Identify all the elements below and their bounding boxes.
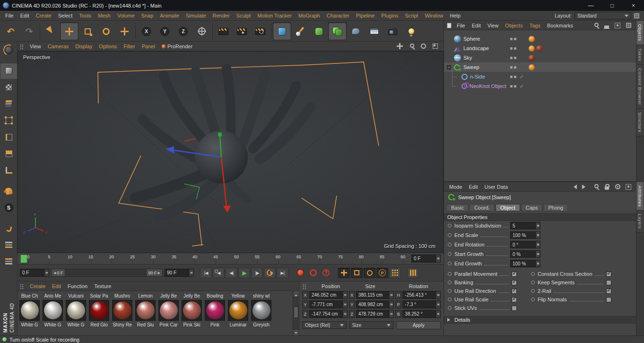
volume-builder-button[interactable] bbox=[347, 22, 365, 40]
redo-button[interactable]: ↷ bbox=[20, 22, 38, 40]
spinner[interactable] bbox=[435, 291, 440, 299]
material-thumbnail[interactable] bbox=[205, 300, 225, 321]
workplane-align-button[interactable] bbox=[0, 253, 17, 270]
menu-sculpt[interactable]: Sculpt bbox=[233, 13, 254, 18]
attr-back[interactable] bbox=[570, 183, 578, 191]
checkbox[interactable] bbox=[606, 297, 611, 302]
spin-down-icon[interactable] bbox=[343, 295, 347, 299]
attr-value-field[interactable]: 5 bbox=[510, 222, 540, 229]
anim-dot-icon[interactable] bbox=[448, 298, 452, 301]
material-tag-icon[interactable] bbox=[536, 45, 542, 52]
coords-group-size[interactable]: Size bbox=[355, 283, 397, 289]
anim-dot-icon[interactable] bbox=[531, 289, 535, 293]
material-name[interactable]: Mushro bbox=[111, 293, 134, 299]
material-thumbnail[interactable] bbox=[182, 300, 202, 321]
material-thumbnail[interactable] bbox=[43, 300, 63, 321]
model-mode-button[interactable] bbox=[0, 62, 17, 79]
materials-menu-function[interactable]: Function bbox=[64, 283, 91, 289]
tab-phong[interactable]: Phong bbox=[543, 204, 568, 211]
interface-grid-icon[interactable] bbox=[634, 13, 639, 18]
coords-value-field[interactable]: -147.754 cm bbox=[309, 310, 348, 318]
visibility-dots[interactable] bbox=[510, 85, 516, 88]
spinner[interactable] bbox=[342, 291, 347, 299]
range-start-handle[interactable]: ◀ 0 F bbox=[52, 269, 65, 276]
material-name[interactable]: Bowling bbox=[203, 293, 226, 299]
enable-snap-button[interactable]: S bbox=[0, 199, 17, 216]
phong-tag-icon[interactable] bbox=[529, 64, 535, 70]
apply-button[interactable]: Apply bbox=[396, 321, 441, 329]
material-name[interactable]: Pink Ski bbox=[180, 322, 203, 328]
scroll-down-icon[interactable] bbox=[293, 329, 299, 335]
workplane-mode-button[interactable] bbox=[0, 96, 17, 112]
attr-menu-mode[interactable]: Mode bbox=[446, 184, 466, 190]
attr-add[interactable] bbox=[625, 183, 632, 191]
record-parameter-toggle[interactable]: P bbox=[376, 268, 388, 278]
add-cube-object-button[interactable] bbox=[273, 22, 291, 40]
tab-basic[interactable]: Basic bbox=[446, 204, 469, 211]
om-menu-tags[interactable]: Tags bbox=[526, 23, 544, 28]
material-item[interactable] bbox=[41, 300, 64, 322]
polygons-mode-button[interactable] bbox=[0, 145, 17, 162]
object-row-sphere[interactable]: Sphere bbox=[444, 34, 636, 44]
coords-group-rotation[interactable]: Rotation bbox=[399, 283, 441, 289]
attr-value-field[interactable]: 0 ° bbox=[510, 241, 540, 248]
coords-mode-dropdown[interactable]: Object (Rel) bbox=[302, 321, 347, 329]
menu-simulate[interactable]: Simulate bbox=[183, 13, 209, 18]
visibility-dots[interactable] bbox=[510, 76, 516, 78]
material-item[interactable] bbox=[87, 300, 111, 322]
make-editable-button[interactable] bbox=[0, 42, 17, 58]
material-item[interactable] bbox=[18, 300, 41, 322]
coords-value-field[interactable]: 408.982 cm bbox=[356, 300, 394, 308]
material-thumbnail[interactable] bbox=[135, 300, 156, 321]
timeline-ruler[interactable]: 051015202530354045505560657075808590 0 F bbox=[17, 253, 444, 264]
om-menu-file[interactable]: File bbox=[453, 23, 469, 28]
coordinate-system-toggle[interactable] bbox=[192, 22, 211, 40]
tab-coord-[interactable]: Coord. bbox=[470, 204, 495, 211]
attr-lock[interactable] bbox=[603, 183, 610, 191]
material-item[interactable] bbox=[157, 300, 180, 322]
viewport[interactable]: Y X Z Perspective Grid Spacing : 100 cm bbox=[17, 51, 444, 253]
texture-mode-button[interactable] bbox=[0, 79, 17, 96]
side-tab-layers[interactable]: Layers bbox=[636, 211, 644, 233]
checkbox[interactable] bbox=[512, 289, 517, 294]
materials-menu-texture[interactable]: Texture bbox=[91, 283, 114, 289]
coords-value-field[interactable]: -7.3 ° bbox=[402, 300, 441, 308]
tab-caps[interactable]: Caps bbox=[521, 204, 543, 211]
material-thumbnail[interactable] bbox=[66, 300, 86, 321]
attr-menu-user-data[interactable]: User Data bbox=[481, 184, 512, 190]
lock-y-axis[interactable]: Y bbox=[156, 22, 174, 40]
anim-dot-icon[interactable] bbox=[448, 252, 452, 256]
coords-value-field[interactable]: -7.771 cm bbox=[309, 300, 348, 308]
om-search[interactable] bbox=[592, 22, 600, 29]
materials-panel-grip-icon[interactable] bbox=[20, 284, 25, 289]
undo-button[interactable]: ↶ bbox=[1, 22, 20, 40]
render-picture-viewer-button[interactable] bbox=[233, 22, 251, 40]
material-name[interactable]: Solar Pa bbox=[87, 293, 111, 299]
material-name[interactable]: White G bbox=[18, 322, 41, 328]
scrollbar-thumb[interactable] bbox=[294, 307, 298, 318]
close-button[interactable]: × bbox=[623, 0, 644, 11]
keying-presets-button[interactable] bbox=[407, 268, 419, 278]
play-mode-button[interactable] bbox=[264, 268, 276, 278]
attr-section-header[interactable]: Object Properties bbox=[444, 213, 636, 221]
material-item[interactable] bbox=[134, 300, 157, 322]
range-end-handle[interactable]: 90 F ▶ bbox=[147, 269, 162, 276]
material-name[interactable]: Pink bbox=[203, 322, 226, 328]
spin-down-icon[interactable] bbox=[436, 305, 440, 308]
menu-mesh[interactable]: Mesh bbox=[95, 13, 114, 18]
spin-down-icon[interactable] bbox=[536, 254, 540, 257]
record-position-toggle[interactable] bbox=[338, 268, 350, 278]
menu-volume[interactable]: Volume bbox=[114, 13, 138, 18]
menu-edit[interactable]: Edit bbox=[17, 13, 33, 18]
scale-tool[interactable] bbox=[78, 22, 97, 40]
material-item[interactable] bbox=[203, 300, 226, 322]
menu-animate[interactable]: Animate bbox=[157, 13, 182, 18]
menu-render[interactable]: Render bbox=[209, 13, 233, 18]
spinner[interactable] bbox=[535, 260, 540, 267]
material-name[interactable]: Shiny Re bbox=[111, 322, 134, 328]
viewport-solo-button[interactable] bbox=[0, 183, 17, 199]
checkbox[interactable] bbox=[512, 297, 517, 302]
side-tab-attributes[interactable]: Attributes bbox=[636, 182, 644, 211]
coords-value-field[interactable]: -256.413 ° bbox=[402, 291, 441, 299]
viewport-rotate[interactable] bbox=[419, 43, 427, 50]
